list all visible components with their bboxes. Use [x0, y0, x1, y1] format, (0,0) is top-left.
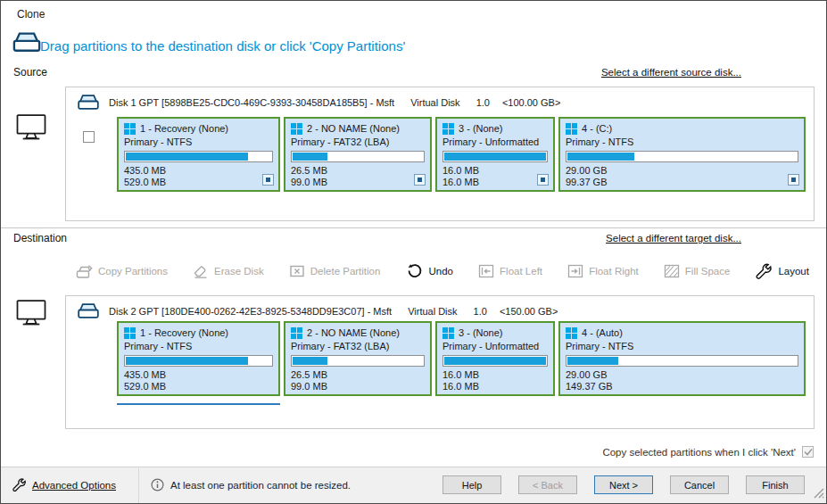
partition-properties-icon[interactable]	[262, 174, 274, 186]
partition-usage-bar	[291, 355, 425, 367]
undo-icon	[406, 262, 424, 280]
next-button[interactable]: Next >	[594, 475, 653, 494]
info-icon	[151, 478, 164, 492]
partition[interactable]: 4 - (Auto) Primary - NTFS 29.00 GB149.37…	[558, 321, 806, 396]
copy-partitions-button: Copy Partitions	[76, 263, 168, 279]
partition-type: Primary - NTFS	[566, 136, 798, 147]
partition-size: 529.0 MB	[124, 177, 273, 188]
disk-kind: Virtual Disk	[408, 306, 457, 317]
page-title: Drag partitions to the destination disk …	[40, 38, 405, 54]
layout-icon	[755, 262, 773, 280]
help-button[interactable]: Help	[442, 475, 501, 494]
windows-logo-icon	[442, 327, 454, 339]
partition-used: 29.00 GB	[566, 165, 798, 177]
advanced-options-icon	[12, 477, 27, 492]
disk-version: 1.0	[476, 97, 490, 108]
cancel-button[interactable]: Cancel	[670, 475, 729, 494]
change-source-disk-link[interactable]: Select a different source disk...	[601, 67, 741, 78]
partition[interactable]: 1 - Recovery (None) Primary - NTFS 435.0…	[117, 321, 280, 396]
partition-usage-fill	[126, 153, 248, 161]
partition-usage-bar	[442, 151, 548, 162]
delete-partition-button: Delete Partition	[289, 263, 381, 279]
partition-type: Primary - FAT32 (LBA)	[291, 136, 425, 147]
partition-size: 16.0 MB	[442, 177, 548, 188]
partition-type: Primary - FAT32 (LBA)	[291, 341, 425, 351]
partition-properties-icon[interactable]	[537, 174, 549, 186]
undo-button[interactable]: Undo	[406, 262, 454, 280]
partition[interactable]: 2 - NO NAME (None) Primary - FAT32 (LBA)…	[284, 321, 432, 396]
section-divider	[1, 227, 827, 228]
disk-kind: Virtual Disk	[410, 97, 459, 108]
fill-space-button: Fill Space	[664, 263, 731, 279]
partition-properties-icon[interactable]	[414, 174, 426, 186]
partition-size: 99.0 MB	[291, 381, 425, 392]
partition-usage-fill	[126, 357, 248, 365]
partition-usage-bar	[124, 151, 273, 162]
copy-partitions-icon	[76, 263, 93, 279]
windows-logo-icon	[291, 123, 302, 135]
finish-button[interactable]: Finish	[746, 475, 805, 494]
disk-capacity: <100.00 GB>	[502, 97, 560, 108]
partition-properties-icon[interactable]	[788, 174, 799, 186]
partition-size: 16.0 MB	[442, 381, 548, 392]
float-right-icon	[567, 263, 583, 279]
status-message-row: At least one partition cannot be resized…	[151, 478, 351, 492]
advanced-options-link[interactable]: Advanced Options	[12, 477, 116, 492]
partition[interactable]: 3 - (None) Primary - Unformatted 16.0 MB…	[435, 321, 555, 396]
destination-partitions: 1 - Recovery (None) Primary - NTFS 435.0…	[117, 321, 806, 396]
partition-name: 4 - (C:)	[582, 123, 612, 134]
fill-space-icon	[664, 263, 680, 279]
copy-selected-checkbox	[802, 446, 814, 458]
partition[interactable]: 4 - (C:) Primary - NTFS 29.00 GB99.37 GB	[558, 117, 806, 192]
partition-used: 26.5 MB	[291, 369, 425, 381]
disk-title: Disk 2 GPT [180DE400-0262-42E3-8925-5348…	[109, 306, 392, 317]
partition-name: 3 - (None)	[459, 327, 503, 338]
float-right-button: Float Right	[567, 263, 639, 279]
partition-used: 26.5 MB	[291, 165, 425, 177]
footer-bar: Advanced Options At least one partition …	[1, 467, 827, 504]
partition[interactable]: 1 - Recovery (None) Primary - NTFS 435.0…	[117, 117, 280, 192]
windows-logo-icon	[442, 123, 454, 135]
source-label: Source	[13, 66, 47, 78]
disk-icon	[77, 93, 100, 112]
checkmark-icon	[804, 448, 813, 456]
disk-icon	[12, 29, 42, 56]
dialog-buttons: Help < Back Next > Cancel Finish	[442, 475, 805, 494]
partition-usage-fill	[444, 153, 546, 161]
dialog-title: Clone	[17, 8, 45, 21]
partition-name: 4 - (Auto)	[582, 327, 623, 338]
partition-size: 99.0 MB	[291, 177, 425, 188]
monitor-icon	[15, 113, 47, 144]
source-disk-panel: Disk 1 GPT [5898BE25-CDC0-469C-9393-3045…	[65, 87, 815, 221]
erase-disk-button: Erase Disk	[193, 263, 264, 279]
windows-logo-icon	[566, 123, 577, 135]
partition-usage-bar	[566, 151, 798, 162]
partition-used: 435.0 MB	[124, 165, 273, 177]
partition-usage-fill	[293, 153, 327, 161]
partition-used: 435.0 MB	[124, 369, 273, 381]
partition-usage-fill	[567, 357, 618, 365]
partition-name: 2 - NO NAME (None)	[307, 327, 400, 338]
disk-version: 1.0	[474, 306, 487, 317]
partition-usage-fill	[567, 153, 634, 161]
partition-type: Primary - NTFS	[124, 136, 273, 147]
partition-used: 29.00 GB	[566, 369, 798, 381]
change-target-disk-link[interactable]: Select a different target disk...	[606, 233, 741, 244]
source-disk-checkbox[interactable]	[83, 131, 95, 143]
status-message: At least one partition cannot be resized…	[170, 480, 351, 491]
partition-size: 99.37 GB	[566, 177, 798, 188]
clone-dialog: Clone Drag partitions to the destination…	[0, 0, 827, 504]
partition[interactable]: 2 - NO NAME (None) Primary - FAT32 (LBA)…	[284, 117, 432, 192]
monitor-icon	[15, 299, 47, 329]
selected-partition-indicator	[117, 403, 280, 405]
windows-logo-icon	[124, 123, 136, 135]
partition-used: 16.0 MB	[442, 165, 548, 177]
layout-button[interactable]: Layout	[755, 262, 809, 280]
windows-logo-icon	[124, 327, 136, 339]
disk-icon	[77, 302, 100, 321]
partition[interactable]: 3 - (None) Primary - Unformatted 16.0 MB…	[435, 117, 555, 192]
partition-type: Primary - Unformatted	[442, 136, 548, 147]
partition-size: 149.37 GB	[566, 381, 798, 392]
destination-label: Destination	[13, 232, 67, 244]
resize-grip-icon[interactable]	[813, 487, 824, 501]
